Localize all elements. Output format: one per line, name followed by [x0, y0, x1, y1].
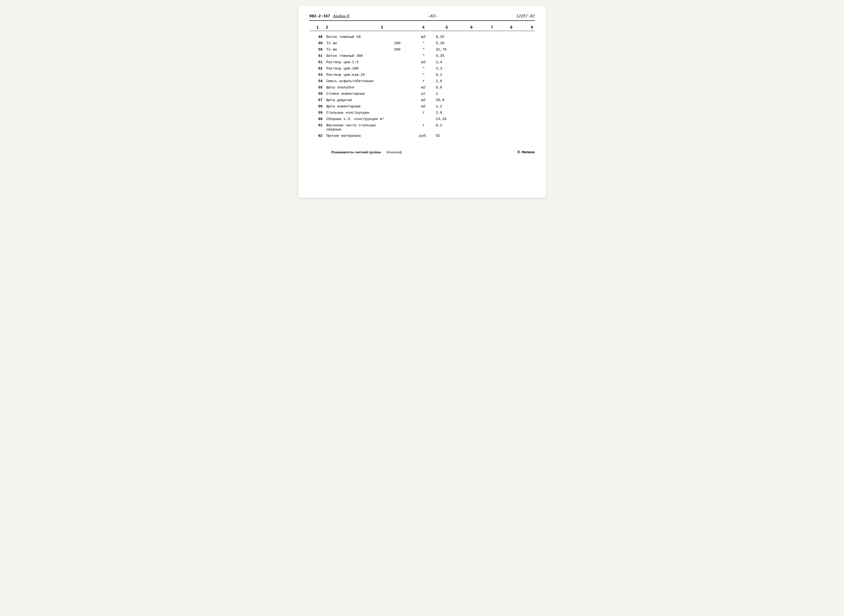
row-unit: м3: [414, 35, 433, 39]
footer-label: Руководитель сметной группы: [331, 150, 381, 154]
row-unit: м2: [414, 85, 433, 90]
row-num: 60: [309, 117, 326, 122]
table-row: 57 Щиты дощатые м2 29,8: [309, 97, 535, 103]
table-row: 60 Сборные к.б. конструкции м³ 24,18: [309, 116, 535, 122]
row-unit: т: [414, 110, 433, 115]
table-row: 58 Щиты инвентарные м2 1,2: [309, 103, 535, 110]
header-left: 902-2-167 Альбом II: [309, 14, 350, 18]
row-desc: Сборные к.б. конструкции м³: [326, 117, 414, 122]
row-num: 48: [309, 35, 326, 39]
row-value: 24,18: [433, 117, 460, 122]
row-num: 57: [309, 98, 326, 103]
table-row: 56 Стойки инвентарные шт 1: [309, 91, 535, 97]
row-unit: т: [414, 79, 433, 84]
row-grade: 200: [381, 47, 414, 52]
row-unit: м3: [414, 60, 433, 65]
row-desc: То же: [326, 47, 381, 52]
row-unit: ": [414, 72, 433, 77]
row-num: 52: [309, 66, 326, 71]
row-value: 5,10: [433, 41, 460, 45]
col-7: 7: [482, 25, 502, 30]
row-desc: Щиты опалубки: [326, 85, 414, 90]
table-row: 51 Раствор цем.1:3 м3 2,4: [309, 59, 535, 65]
row-value: 0,2: [433, 123, 460, 128]
row-unit: ": [414, 66, 433, 71]
page-number: –62–: [428, 14, 438, 19]
row-value: 2,9: [433, 79, 460, 84]
table-row: 62 Прочие материалы руб. 92: [309, 133, 535, 139]
row-unit: шт: [414, 91, 433, 96]
row-num: 58: [309, 104, 326, 109]
row-desc: То же: [326, 41, 381, 45]
table-row: 49 То же 100 " 5,10: [309, 40, 535, 46]
column-headers: 1 2 3 4 5 6 7 8 9: [309, 23, 535, 31]
doc-number: 902-2-167: [309, 14, 330, 18]
row-num: 51: [309, 60, 326, 65]
col-8: 8: [502, 25, 521, 30]
row-value: 1,2: [433, 104, 460, 109]
page: 902-2-167 Альбом II –62– 12257-02 1 2 3 …: [298, 6, 546, 198]
col-5: 5: [433, 25, 460, 30]
row-value: 2,0: [433, 110, 460, 115]
row-unit: ": [414, 41, 433, 45]
col-1: 1: [309, 25, 326, 30]
col-2: 2: [326, 25, 381, 30]
table-row: 55 Щиты опалубки м2 8,0: [309, 84, 535, 91]
row-num: 59: [309, 110, 326, 115]
table-row: 61 Фасонные части стальные сварные т 0,2: [309, 122, 535, 133]
row-desc: Раствор цем.100: [326, 66, 414, 71]
row-num: 56: [309, 91, 326, 96]
row-desc: Бетон тяжелый 300: [326, 54, 414, 58]
table-row: 51 Бетон тяжелый 300 " 4,35: [309, 53, 535, 59]
row-value: 3,3: [433, 66, 460, 71]
row-value: 29,8: [433, 98, 460, 103]
row-value: 92: [433, 133, 460, 138]
row-num: 51: [309, 54, 326, 58]
row-desc: Раствор цем.изв.25: [326, 72, 414, 77]
row-desc: Раствор цем.1:3: [326, 60, 414, 65]
row-unit: м2: [414, 104, 433, 109]
col-3: 3: [381, 25, 414, 30]
table-row: 48 Бетон тяжелый 50 м3 9,35: [309, 34, 535, 40]
row-unit: ": [414, 47, 433, 52]
row-unit: т: [414, 123, 433, 128]
row-desc: Стальные конструкции: [326, 110, 414, 115]
table-row: 54 Смесь асфальтобетонная т 2,9: [309, 78, 535, 84]
row-unit: м2: [414, 98, 433, 103]
col-4: 4: [414, 25, 433, 30]
footer: Руководитель сметной группы Кемененф П.Ф…: [309, 150, 535, 154]
row-desc: Фасонные части стальные сварные: [326, 123, 414, 132]
row-num: 50: [309, 47, 326, 52]
table-row: 59 Стальные конструкции т 2,0: [309, 110, 535, 116]
row-value: 4,35: [433, 54, 460, 58]
table-body: 48 Бетон тяжелый 50 м3 9,35 49 То же 100…: [309, 34, 535, 139]
row-desc: Стойки инвентарные: [326, 91, 414, 96]
row-unit: [414, 117, 433, 117]
row-value: 9,35: [433, 35, 460, 39]
row-value: 8,0: [433, 85, 460, 90]
row-num: 62: [309, 133, 326, 138]
row-unit: руб.: [414, 133, 433, 138]
row-desc: Щиты дощатые: [326, 98, 414, 103]
col-9: 9: [521, 25, 543, 30]
row-num: 61: [309, 123, 326, 128]
row-desc: Щиты инвентарные: [326, 104, 414, 109]
row-value: 31,79: [433, 47, 460, 52]
footer-name: П.Филина: [518, 150, 535, 154]
page-header: 902-2-167 Альбом II –62– 12257-02: [309, 14, 535, 21]
row-desc: Бетон тяжелый 50: [326, 35, 414, 39]
table-row: 52 Раствор цем.100 " 3,3: [309, 65, 535, 72]
col-6: 6: [460, 25, 482, 30]
row-grade: 100: [381, 41, 414, 45]
row-value: 1: [433, 91, 460, 96]
row-unit: ": [414, 54, 433, 58]
album-title: Альбом II: [333, 14, 349, 18]
table-row: 53 Раствор цем.изв.25 " 0,1: [309, 72, 535, 78]
row-desc: Прочие материалы: [326, 133, 414, 138]
row-value: 2,4: [433, 60, 460, 65]
footer-signature: Кемененф: [387, 150, 512, 154]
row-num: 55: [309, 85, 326, 90]
row-desc: Смесь асфальтобетонная: [326, 79, 414, 84]
row-num: 54: [309, 79, 326, 84]
catalog-number: 12257-02: [516, 14, 535, 18]
